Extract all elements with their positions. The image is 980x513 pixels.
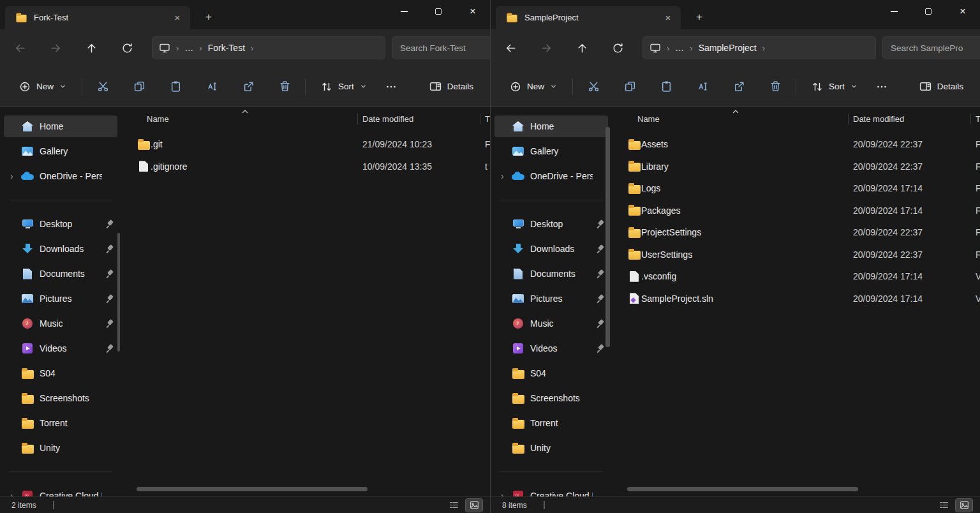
cut-button[interactable] <box>90 75 115 99</box>
search-input[interactable] <box>882 36 980 59</box>
address-bar[interactable]: › … › Fork-Test › <box>152 36 385 59</box>
sidebar-item[interactable]: › Desktop <box>494 213 608 235</box>
horizontal-scrollbar[interactable] <box>627 487 858 491</box>
cut-button[interactable] <box>581 75 606 99</box>
breadcrumb-collapsed[interactable]: … <box>675 43 684 53</box>
sidebar-item[interactable]: › Unity <box>494 437 608 459</box>
new-button[interactable]: New <box>11 75 74 99</box>
delete-button[interactable] <box>272 75 297 99</box>
share-button[interactable] <box>726 75 752 99</box>
column-header-type[interactable]: T <box>976 114 980 124</box>
close-button[interactable]: × <box>456 0 490 23</box>
large-icons-view-button[interactable] <box>956 499 972 512</box>
details-button[interactable]: Details <box>919 80 963 93</box>
details-button[interactable]: Details <box>429 80 473 93</box>
more-options-button[interactable] <box>869 75 895 99</box>
paste-button[interactable] <box>653 75 679 99</box>
file-row[interactable]: Logs 20/09/2024 17:14 F <box>612 177 980 200</box>
sidebar-item[interactable]: › Creative Cloud F <box>4 485 117 496</box>
sidebar-item[interactable]: › Screenshots <box>4 387 117 409</box>
address-bar[interactable]: › … › SampleProject › <box>642 36 876 59</box>
sidebar-item[interactable]: › Home <box>494 115 608 137</box>
up-button[interactable] <box>80 37 102 59</box>
file-row[interactable]: .gitignore 10/09/2024 13:35 t <box>121 156 490 178</box>
column-header-name[interactable]: Name <box>637 114 660 124</box>
tab-sampleproject[interactable]: SampleProject × <box>496 6 681 29</box>
paste-button[interactable] <box>163 75 188 99</box>
chevron-right-icon[interactable]: › <box>10 171 20 181</box>
column-header-type[interactable]: T <box>485 114 490 124</box>
sidebar-item[interactable]: › Downloads <box>494 238 608 260</box>
sidebar-item[interactable]: › Gallery <box>4 140 117 162</box>
file-row[interactable]: Assets 20/09/2024 22:37 F <box>612 133 980 156</box>
sidebar-item[interactable]: › Unity <box>4 437 117 459</box>
tab-fork-test[interactable]: Fork-Test × <box>5 6 190 29</box>
sidebar-item[interactable]: › Pictures <box>494 288 608 309</box>
chevron-right-icon[interactable]: › <box>501 171 511 181</box>
horizontal-scrollbar[interactable] <box>137 487 368 491</box>
sidebar-item[interactable]: › Downloads <box>4 238 117 260</box>
copy-button[interactable] <box>126 75 152 99</box>
details-view-button[interactable] <box>935 499 952 512</box>
share-button[interactable] <box>235 75 261 99</box>
details-view-button[interactable] <box>445 499 462 512</box>
file-row[interactable]: UserSettings 20/09/2024 22:37 F <box>612 244 980 266</box>
column-separator[interactable] <box>848 114 849 124</box>
column-separator[interactable] <box>970 114 971 124</box>
file-row[interactable]: ProjectSettings 20/09/2024 22:37 F <box>612 221 980 244</box>
refresh-button[interactable] <box>116 37 138 59</box>
breadcrumb-current[interactable]: SampleProject <box>699 43 757 53</box>
column-header-name[interactable]: Name <box>147 114 169 124</box>
copy-button[interactable] <box>617 75 642 99</box>
tab-close-icon[interactable]: × <box>171 11 184 24</box>
sidebar-item[interactable]: › Videos <box>4 338 117 359</box>
sidebar-item[interactable]: › Pictures <box>4 288 117 309</box>
sidebar-scrollbar[interactable] <box>117 233 120 352</box>
rename-button[interactable] <box>199 75 225 99</box>
more-options-button[interactable] <box>378 75 404 99</box>
close-button[interactable]: × <box>946 0 980 23</box>
tab-close-icon[interactable]: × <box>662 11 674 24</box>
maximize-button[interactable] <box>911 0 946 23</box>
breadcrumb-collapsed[interactable]: … <box>184 43 193 53</box>
column-header-date-modified[interactable]: Date modified <box>853 114 904 124</box>
sidebar-item[interactable]: › Gallery <box>494 140 608 162</box>
new-button[interactable]: New <box>502 75 565 99</box>
column-header-date-modified[interactable]: Date modified <box>362 114 413 124</box>
sidebar-item[interactable]: › Videos <box>494 338 608 359</box>
new-tab-button[interactable]: + <box>200 9 217 26</box>
sidebar-item[interactable]: › S04 <box>494 362 608 384</box>
column-separator[interactable] <box>480 114 480 124</box>
maximize-button[interactable] <box>421 0 456 23</box>
sidebar-item[interactable]: › Music <box>494 313 608 334</box>
sidebar-item[interactable]: › Home <box>4 115 117 137</box>
sidebar-item[interactable]: › Documents <box>4 263 117 285</box>
forward-button[interactable] <box>45 37 66 59</box>
up-button[interactable] <box>571 37 593 59</box>
breadcrumb-current[interactable]: Fork-Test <box>208 43 245 53</box>
file-row[interactable]: Packages 20/09/2024 17:14 F <box>612 200 980 222</box>
sidebar-item[interactable]: › Screenshots <box>494 387 608 409</box>
sort-button[interactable]: Sort <box>804 75 865 99</box>
sidebar-item[interactable]: › Creative Cloud F <box>494 485 608 496</box>
file-row[interactable]: Library 20/09/2024 22:37 F <box>612 156 980 178</box>
sidebar-item[interactable]: › Torrent <box>494 412 608 434</box>
sidebar-item[interactable]: › Music <box>4 313 117 334</box>
minimize-button[interactable] <box>387 0 421 23</box>
file-row[interactable]: SampleProject.sln 20/09/2024 17:14 V <box>612 288 980 310</box>
file-row[interactable]: .git 21/09/2024 10:23 F <box>121 133 490 156</box>
sidebar-item[interactable]: › S04 <box>4 362 117 384</box>
column-separator[interactable] <box>357 114 358 124</box>
sidebar-item[interactable]: › Documents <box>494 263 608 285</box>
large-icons-view-button[interactable] <box>466 499 482 512</box>
file-row[interactable]: .vsconfig 20/09/2024 17:14 V <box>612 265 980 288</box>
refresh-button[interactable] <box>607 37 628 59</box>
back-button[interactable] <box>500 37 521 59</box>
sort-button[interactable]: Sort <box>313 75 375 99</box>
sidebar-scrollbar[interactable] <box>605 127 610 347</box>
delete-button[interactable] <box>762 75 788 99</box>
new-tab-button[interactable]: + <box>691 9 708 26</box>
sidebar-item[interactable]: › OneDrive - Perso <box>4 165 117 187</box>
minimize-button[interactable] <box>877 0 911 23</box>
chevron-right-icon[interactable]: › <box>10 491 20 496</box>
